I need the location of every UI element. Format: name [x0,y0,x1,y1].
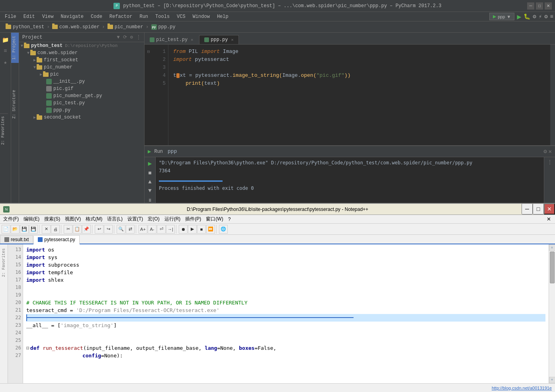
tree-pic-gif[interactable]: pic.gif [19,85,144,92]
close-run-icon[interactable]: ✕ [549,148,552,155]
menu-code[interactable]: Code [88,13,106,20]
tb-new[interactable]: 📄 [2,225,10,234]
tb-find[interactable]: 🔍 [117,225,125,234]
tree-pic[interactable]: ▶ pic [19,71,144,78]
pause-button[interactable]: ⏸ [148,198,152,203]
structure-icon[interactable]: ≡ [1,46,10,56]
scroll-up-button[interactable]: ▲ [148,179,151,185]
favorites-tab[interactable]: 2: Favorites [0,114,6,147]
menu-help[interactable]: Help [214,13,232,20]
menu-navigate[interactable]: Navigate [57,13,87,20]
tb-zoom-in[interactable]: A+ [139,225,147,234]
nm-format[interactable]: 格式(M) [83,215,105,223]
tb-stop[interactable]: ■ [197,225,206,234]
menu-edit[interactable]: Edit [20,13,38,20]
menu-window[interactable]: Window [190,13,213,20]
more-button[interactable]: ≡ [550,14,553,20]
options-icon[interactable]: ⋮ [136,34,141,40]
tb-browser[interactable]: 🌐 [219,225,228,234]
tree-root[interactable]: ▼ python_test D:\repository\Python [19,42,144,49]
nm-help[interactable]: ? [226,216,233,223]
project-tab[interactable]: 1: Project [11,33,19,63]
nm-window[interactable]: 窗口(W) [203,215,225,223]
menu-vcs[interactable]: VCS [174,13,189,20]
breadcrumb-root[interactable]: python_test [3,23,47,31]
tb-play[interactable]: ▶ [188,225,197,234]
tb-save-all[interactable]: 💾 [29,225,38,234]
nm-search[interactable]: 搜索(S) [42,215,63,223]
tree-ppp[interactable]: ppp.py [19,107,144,114]
maximize-button[interactable]: □ [536,2,543,10]
restart-button[interactable]: ▶ [148,160,152,168]
menu-view[interactable]: View [39,13,57,20]
minimize-button[interactable]: ─ [527,2,534,10]
tree-init-py[interactable]: __init__.py [19,78,144,85]
tb-print[interactable]: 🖨 [51,225,60,234]
notepad-editor[interactable]: 2: Favorites 1314151617 1819202122 23242… [0,244,555,383]
notepad-side-tab[interactable]: 2: Favorites [1,246,7,279]
code-content[interactable]: from PIL import Image import pytesseract… [168,45,550,145]
notepad-maximize[interactable]: □ [533,203,544,215]
tb-play-multi[interactable]: ⏩ [206,225,215,234]
np-status-link[interactable]: http://blog.csdn.net/a0013191e [492,386,552,390]
nm-view[interactable]: 视图(V) [63,215,83,223]
ntab-result[interactable]: result.txt [0,235,33,244]
menu-file[interactable]: File [2,13,20,20]
breadcrumb-file[interactable]: py ppp.py [149,23,178,31]
run-button[interactable]: ▶ [517,12,521,21]
nm-language[interactable]: 语言(L) [105,215,125,223]
tab-ppp[interactable]: ppp.py ✕ [199,35,238,44]
stop-button[interactable]: ■ [148,170,151,176]
breadcrumb-spider[interactable]: com.web.spider [50,23,102,31]
gear-icon[interactable]: ⚙ [130,34,133,40]
settings-run-icon[interactable]: ⚙ [543,148,547,155]
nm-edit[interactable]: 编辑(E) [21,215,42,223]
code-editor[interactable]: ⊟ 12345 from PIL import Image import pyt… [145,45,555,145]
tb-indent[interactable]: →| [166,225,175,234]
notepad-close-x[interactable]: ✕ [543,215,554,223]
tab-close[interactable]: ✕ [191,37,193,42]
tb-copy[interactable]: 📋 [73,225,82,234]
project-icon[interactable]: 📁 [1,35,10,45]
np-scroll-thumb[interactable] [550,252,555,283]
menu-refactor[interactable]: Refactor [106,13,136,20]
editor-scrollbar[interactable] [550,45,555,145]
nm-macro[interactable]: 宏(O) [145,215,162,223]
tree-pic-number[interactable]: ▼ pic_number [19,64,144,71]
close-button[interactable]: ✕ [545,2,552,10]
debug-button[interactable]: 🐛 [524,13,530,20]
tb-open[interactable]: 📂 [11,225,20,234]
coverage-button[interactable]: ⚙ [533,13,536,20]
tree-pic-test[interactable]: pic_test.py [19,99,144,107]
tree-com-web-spider[interactable]: ▼ com.web.spider [19,49,144,57]
tab-pic-test[interactable]: pic_test.py ✕ [145,35,198,44]
np-code-content[interactable]: import os import sys import subprocess i… [23,244,549,383]
structure-tab[interactable]: Z: Structure [11,87,19,122]
np-scroll-down[interactable]: ▼ [549,377,555,383]
tb-zoom-out[interactable]: A- [148,225,156,234]
fold-icon[interactable]: ⊟ [26,345,29,351]
favorites-icon[interactable]: ★ [1,57,10,67]
profile-button[interactable]: ⚡ [539,13,542,20]
menu-run[interactable]: Run [136,13,151,20]
notepad-close[interactable]: ✕ [544,203,555,215]
tree-first-socket[interactable]: ▶ first_socket [19,57,144,64]
tree-pic-number-get[interactable]: pic_number_get.py [19,92,144,99]
run-config-selector[interactable]: ▶ ppp ▼ [489,13,514,20]
breadcrumb-pic-number[interactable]: pic_number [105,23,146,31]
scroll-down-button[interactable]: ▼ [148,187,151,194]
tb-replace[interactable]: ⇄ [126,225,135,234]
tb-close[interactable]: ✕ [42,225,51,234]
tree-second-socket[interactable]: ▶ second_socket [19,114,144,121]
tb-undo[interactable]: ↩ [95,225,104,234]
nm-plugins[interactable]: 插件(P) [183,215,203,223]
tb-paste[interactable]: 📌 [82,225,91,234]
np-scrollbar[interactable]: ▲ ▼ [549,244,555,383]
nm-run[interactable]: 运行(R) [162,215,183,223]
sync-icon[interactable]: ⟳ [123,34,127,40]
settings-button[interactable]: ⚙ [544,13,547,20]
tb-cut[interactable]: ✂ [64,225,72,234]
menu-tools[interactable]: Tools [152,13,173,20]
nm-file[interactable]: 文件(F) [1,215,21,223]
nm-settings[interactable]: 设置(T) [125,215,145,223]
